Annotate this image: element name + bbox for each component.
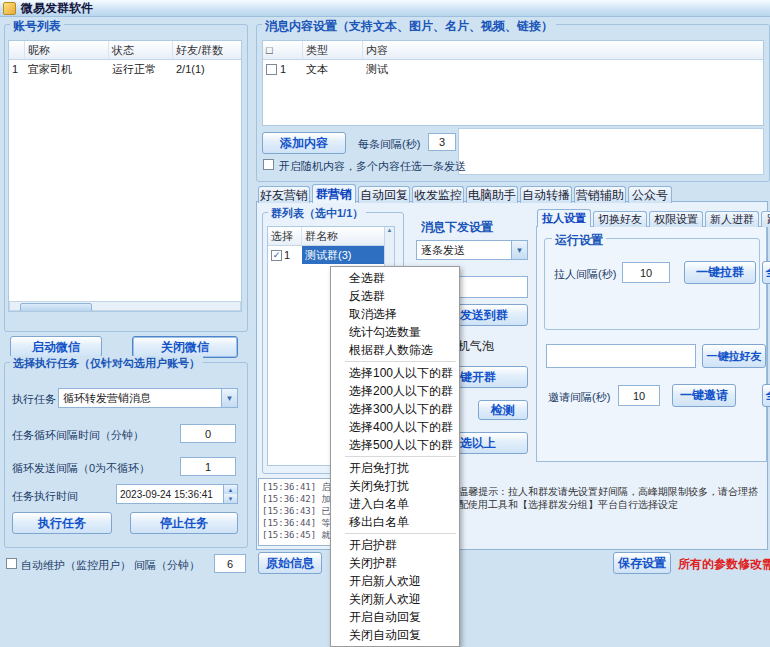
menu-item[interactable]: 关闭自动回复 [331,626,459,644]
row-checkbox[interactable] [266,64,277,75]
task-select-label: 执行任务 [12,392,56,407]
content-row-check[interactable]: 1 [263,60,303,78]
group-row-name: 测试群(3) [302,246,394,264]
accounts-header-nickname: 昵称 [25,41,109,59]
datetime-spinner[interactable]: ▲▼ [224,484,238,504]
send-mode-combobox[interactable]: 逐条发送 ▼ [416,240,528,260]
menu-item[interactable]: 反选群 [331,287,459,305]
content-header-type: 类型 [303,41,363,59]
title-bar: 微易发群软件 [0,0,770,17]
random-content-checkbox[interactable] [263,159,274,170]
invite-all-button[interactable]: 全部邀请 [762,384,770,407]
group-list-title: 群列表（选中1/1） [268,206,366,221]
auto-maintain-checkbox[interactable] [6,558,17,569]
tab-group-marketing[interactable]: 群营销 [312,184,356,203]
menu-item[interactable]: 关闭护群 [331,554,459,572]
menu-item[interactable]: 根据群人数筛选 [331,341,459,359]
invite-button[interactable]: 一键邀请 [672,384,736,407]
content-interval-input[interactable]: 3 [428,133,456,151]
spin-up-icon[interactable]: ▲ [224,485,237,494]
menu-item[interactable]: 取消选择 [331,305,459,323]
row-checkbox[interactable]: ✓ [271,250,282,261]
chevron-down-icon[interactable]: ▼ [221,389,237,407]
tab-monitor[interactable]: 收发监控 [412,186,464,203]
send-mode-value: 逐条发送 [417,241,511,259]
account-row-counts: 2/1(1) [173,60,241,78]
tab-friend-marketing[interactable]: 好友营销 [258,186,310,203]
menu-item[interactable]: 关闭新人欢迎 [331,590,459,608]
menu-item[interactable]: 选择100人以下的群 [331,364,459,382]
menu-item[interactable]: 统计勾选数量 [331,323,459,341]
menu-item[interactable]: 进入白名单 [331,495,459,513]
run-settings-groupbox [544,238,760,330]
cancel-task-button[interactable]: 停止任务 [130,512,238,534]
table-row[interactable]: 1 文本 测试 [263,60,763,78]
tab-official-account[interactable]: 公众号 [628,186,672,203]
chevron-down-icon[interactable]: ▼ [511,241,527,259]
accounts-table-header: 昵称 状态 好友/群数 [9,41,241,60]
close-wechat-button[interactable]: 关闭微信 [132,336,238,358]
send-settings-label: 消息下发设置 [418,219,496,236]
table-row[interactable]: 1 宜家司机 运行正常 2/1(1) [9,60,241,78]
menu-item[interactable]: 移出白名单 [331,513,459,531]
add-content-button[interactable]: 添加内容 [262,132,346,154]
task-loop-label: 循环发送间隔（0为不循环） [12,461,150,476]
task-time-label: 任务执行时间 [12,489,78,504]
tab-new-member[interactable]: 新人进群 [705,211,759,227]
start-wechat-button[interactable]: 启动微信 [10,336,102,358]
tab-invite-settings[interactable]: 拉人设置 [537,209,591,227]
accounts-table: 昵称 状态 好友/群数 1 宜家司机 运行正常 2/1(1) [8,40,242,312]
tab-pc-assistant[interactable]: 电脑助手 [466,186,518,203]
menu-item[interactable]: 关闭免打扰 [331,477,459,495]
accounts-hscrollbar[interactable] [9,301,241,311]
tab-auto-reply[interactable]: 自动回复 [358,186,410,203]
menu-item[interactable]: 选择400人以下的群 [331,418,459,436]
task-loop-input[interactable]: 1 [180,457,236,476]
group-row-check[interactable]: ✓1 [268,246,302,264]
run-task-button[interactable]: 执行任务 [12,512,112,534]
menu-item[interactable]: 选择200人以下的群 [331,382,459,400]
friend-target-input[interactable] [546,344,696,368]
content-header-body: 内容 [363,41,763,59]
account-row-nickname: 宜家司机 [25,60,109,78]
content-preview-box[interactable] [458,128,764,175]
accounts-hscrollbar-thumb[interactable] [20,303,92,312]
save-settings-button[interactable]: 保存设置 [613,552,671,574]
menu-item[interactable]: 开启自动回复 [331,608,459,626]
menu-item[interactable]: 开启护群 [331,536,459,554]
account-row-status: 运行正常 [109,60,173,78]
tab-switch-friends[interactable]: 切换好友 [593,211,647,227]
run-settings-title: 运行设置 [552,232,606,249]
menu-separator [345,456,456,457]
tab-marketing-tools[interactable]: 营销辅助 [574,186,626,203]
invite-interval-input[interactable]: 10 [618,385,660,406]
tab-auto-forward[interactable]: 自动转播 [520,186,572,203]
auto-maintain-interval-input[interactable]: 6 [214,554,246,573]
task-datetime-input[interactable]: 2023-09-24 15:36:41 [116,484,224,504]
check-button[interactable]: 检测 [478,400,528,420]
tab-kick[interactable]: 踢人 [761,211,770,227]
menu-item[interactable]: 全选群 [331,269,459,287]
account-row-index: 1 [9,60,25,78]
content-header-check: □ [263,41,303,59]
content-table-header: □ 类型 内容 [263,41,763,60]
menu-item[interactable]: 开启新人欢迎 [331,572,459,590]
scroll-up-icon[interactable]: ▲ [387,227,393,233]
menu-item[interactable]: 开启免打扰 [331,459,459,477]
pull-friend-button[interactable]: 一键拉好友 [702,344,766,368]
pull-group-button[interactable]: 一键拉群 [684,261,756,284]
table-row[interactable]: ✓1 测试群(3) [268,246,394,264]
menu-item[interactable]: 选择500人以下的群 [331,436,459,454]
random-content-label: 开启随机内容，多个内容任选一条发送 [279,159,466,174]
tab-permission-settings[interactable]: 权限设置 [649,211,703,227]
pull-all-button[interactable]: 全部拉群 [762,261,770,284]
raw-info-button[interactable]: 原始信息 [258,552,322,574]
menu-item[interactable]: 选择300人以下的群 [331,400,459,418]
accounts-box-title: 账号列表 [10,18,64,35]
pull-interval-input[interactable]: 10 [622,262,670,283]
spin-down-icon[interactable]: ▼ [224,494,237,503]
task-delay-input[interactable]: 0 [180,424,236,443]
task-select-value: 循环转发营销消息 [59,389,221,407]
content-box-title: 消息内容设置（支持文本、图片、名片、视频、链接） [262,18,556,35]
task-select-combobox[interactable]: 循环转发营销消息 ▼ [58,388,238,408]
